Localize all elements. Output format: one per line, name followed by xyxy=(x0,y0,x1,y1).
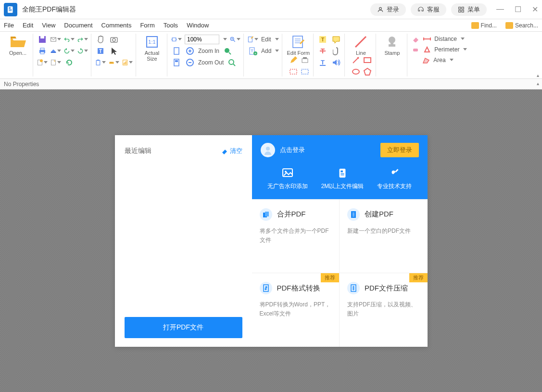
line-button[interactable]: Line xyxy=(349,35,373,56)
undo-icon[interactable] xyxy=(64,35,75,44)
ruler-icon[interactable] xyxy=(109,58,119,67)
fit-width-icon[interactable] xyxy=(171,35,182,44)
clipboard-icon[interactable] xyxy=(95,58,106,67)
arrow-icon[interactable] xyxy=(352,56,360,64)
cursor-icon[interactable] xyxy=(109,46,119,56)
new-doc-icon[interactable] xyxy=(37,58,48,67)
menu-window[interactable]: Window xyxy=(187,22,209,29)
loupe-out-icon[interactable] xyxy=(227,58,237,67)
add-label[interactable]: Add xyxy=(261,48,271,54)
hand-icon[interactable] xyxy=(95,35,106,44)
open-button[interactable]: Open... xyxy=(6,35,30,56)
field2-icon[interactable] xyxy=(301,67,309,76)
eraser2-icon[interactable] xyxy=(411,45,420,54)
menu-file[interactable]: File xyxy=(4,22,14,29)
menu-tools[interactable]: Tools xyxy=(164,22,178,29)
svg-rect-30 xyxy=(124,63,125,64)
ribbon-collapse-icon[interactable]: ▴ xyxy=(537,73,539,78)
svg-line-51 xyxy=(233,64,235,66)
attach-icon[interactable] xyxy=(331,46,341,56)
svg-point-81 xyxy=(389,37,395,43)
add-text-icon[interactable]: T+ xyxy=(248,46,258,56)
rotate-left-icon[interactable] xyxy=(64,46,75,56)
ellipse-icon[interactable] xyxy=(352,67,360,76)
start-panel: 最近编辑 清空 打开PDF文件 点击登录 立即登录 xyxy=(115,135,428,347)
rect-icon[interactable] xyxy=(363,56,372,64)
login-pill[interactable]: 登录 xyxy=(370,3,406,16)
distance-label[interactable]: Distance xyxy=(434,36,457,42)
card-create-pdf[interactable]: 创建PDF 新建一个空白的PDF文件 xyxy=(340,199,428,273)
clear-recent-button[interactable]: 清空 xyxy=(221,147,242,155)
zoom-in-glass-icon[interactable] xyxy=(230,35,240,44)
underline-icon[interactable]: T xyxy=(317,58,328,67)
menu-document[interactable]: Document xyxy=(64,22,92,29)
loupe-in-icon[interactable] xyxy=(222,46,233,56)
text-select-icon[interactable]: T xyxy=(95,46,106,56)
area-icon[interactable] xyxy=(422,56,430,64)
ribbon: Open... xyxy=(0,32,542,79)
strike-icon[interactable]: T xyxy=(317,46,328,56)
stamp-label: Stamp xyxy=(384,50,400,56)
distance-icon[interactable] xyxy=(423,35,431,43)
card-merge-pdf[interactable]: 合并PDF 将多个文件合并为一个PDF文件 xyxy=(252,199,340,273)
new-page-icon[interactable] xyxy=(50,58,61,67)
pencil-icon[interactable] xyxy=(289,56,298,64)
login-now-button[interactable]: 立即登录 xyxy=(380,143,419,157)
card-compress-pdf[interactable]: 推荐 PDF文件压缩 支持PDF压缩，以及视频、图片 xyxy=(340,273,428,347)
menu-comments[interactable]: Comments xyxy=(101,22,132,29)
refresh-icon[interactable] xyxy=(64,58,75,67)
support-pill[interactable]: 客服 xyxy=(411,3,446,16)
sound-icon[interactable] xyxy=(331,58,341,67)
fit-page-icon[interactable] xyxy=(171,46,182,56)
scan-icon[interactable] xyxy=(50,46,61,56)
svg-point-44 xyxy=(225,48,229,53)
save-icon[interactable] xyxy=(37,35,48,44)
redo-icon[interactable] xyxy=(77,35,88,44)
minimize-button[interactable]: — xyxy=(496,5,504,14)
fit-visible-icon[interactable] xyxy=(171,58,182,67)
svg-rect-6 xyxy=(462,7,464,9)
edit-doc-icon[interactable] xyxy=(248,35,258,44)
maximize-button[interactable]: ☐ xyxy=(515,5,521,14)
mail-icon[interactable] xyxy=(50,35,61,44)
actual-size-button[interactable]: 1:1 Actual Size xyxy=(140,35,164,62)
open-pdf-button[interactable]: 打开PDF文件 xyxy=(125,317,242,338)
zoom-in-label[interactable]: Zoom In xyxy=(198,48,219,54)
close-button[interactable]: ✕ xyxy=(532,5,538,14)
click-login-label[interactable]: 点击登录 xyxy=(280,146,305,154)
perimeter-label[interactable]: Perimeter xyxy=(434,46,459,53)
propbar-collapse-icon[interactable]: ▴ xyxy=(537,81,539,86)
edit-form-button[interactable]: Edit Form xyxy=(286,35,310,56)
edit-label[interactable]: Edit xyxy=(261,36,271,43)
report-icon[interactable] xyxy=(122,58,133,67)
field-icon[interactable] xyxy=(289,67,298,76)
svg-rect-18 xyxy=(51,60,56,65)
search-button[interactable]: Search... xyxy=(505,22,538,29)
stamp-button[interactable]: Stamp xyxy=(380,35,404,56)
typewriter-icon[interactable] xyxy=(301,56,309,64)
snapshot-icon[interactable] xyxy=(109,35,119,44)
eraser-sm-icon[interactable] xyxy=(411,35,420,43)
zoom-dropdown[interactable] xyxy=(223,38,227,41)
menu-pill[interactable]: 菜单 xyxy=(451,3,487,16)
feature-label: 无广告水印添加 xyxy=(267,182,308,190)
polygon-icon[interactable] xyxy=(363,67,372,76)
perimeter-icon[interactable] xyxy=(423,45,431,54)
zoom-input[interactable] xyxy=(185,35,219,44)
area-label[interactable]: Area xyxy=(433,57,445,63)
card-convert-pdf[interactable]: 推荐 PDF格式转换 将PDF转换为Word，PPT，Excel等文件 xyxy=(252,273,340,347)
find-button[interactable]: Find... xyxy=(471,22,497,29)
zoom-out-label[interactable]: Zoom Out xyxy=(198,59,224,66)
menu-edit[interactable]: Edit xyxy=(23,22,33,29)
rotate-right-icon[interactable] xyxy=(77,46,88,56)
app-title: 全能王PDF编辑器 xyxy=(22,5,76,14)
convert-icon xyxy=(260,282,272,294)
zoom-out-round-icon[interactable] xyxy=(185,58,195,67)
highlight-icon[interactable]: T xyxy=(317,35,328,44)
note-icon[interactable] xyxy=(331,35,341,44)
zoom-in-round-icon[interactable] xyxy=(185,46,195,56)
menu-view[interactable]: View xyxy=(42,22,55,29)
menu-form[interactable]: Form xyxy=(140,22,154,29)
print-icon[interactable] xyxy=(37,46,48,56)
svg-rect-40 xyxy=(174,48,179,54)
